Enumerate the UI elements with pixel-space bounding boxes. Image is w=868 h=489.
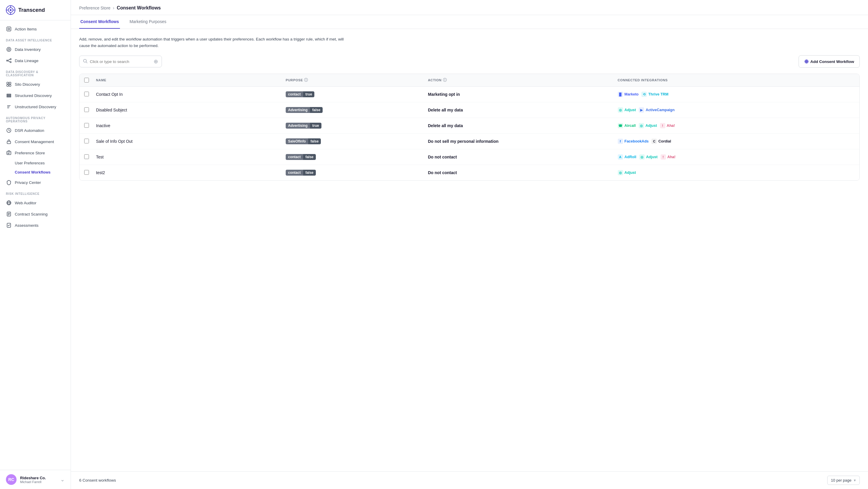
row-checkbox[interactable] <box>84 92 96 97</box>
action-items-icon <box>6 26 12 32</box>
integration-thrive: ⟲ Thrive TRM <box>642 92 668 97</box>
svg-point-13 <box>10 61 11 63</box>
per-page-selector[interactable]: 10 per page ▾ <box>827 476 860 485</box>
svg-rect-22 <box>7 96 11 97</box>
svg-rect-19 <box>9 85 11 86</box>
search-input[interactable] <box>90 59 151 64</box>
table-row[interactable]: Disabled Subject Advertisingfalse Delete… <box>80 102 860 118</box>
sidebar-item-unstructured-discovery[interactable]: Unstructured Discovery <box>0 101 71 112</box>
tab-consent-workflows[interactable]: Consent Workflows <box>79 15 120 29</box>
row-name: Inactive <box>96 123 286 128</box>
svg-rect-7 <box>7 27 11 31</box>
per-page-label: 10 per page <box>831 478 851 483</box>
svg-line-14 <box>8 59 10 61</box>
row-action: Do not contact <box>428 154 618 160</box>
svg-rect-21 <box>7 95 11 96</box>
integration-adjust2: ◎ Adjust <box>639 123 657 128</box>
svg-point-12 <box>10 59 11 60</box>
th-checkbox <box>84 78 96 83</box>
svg-point-9 <box>7 47 11 52</box>
breadcrumb-parent[interactable]: Preference Store <box>79 6 111 10</box>
web-auditor-icon <box>6 200 12 206</box>
content-area: Add, remove, and edit the workflow autom… <box>71 29 868 471</box>
row-purpose: Advertisingfalse <box>286 107 428 113</box>
sidebar-item-action-items[interactable]: Action Items <box>0 23 71 35</box>
sidebar-footer[interactable]: RC Rideshare Co. Michael Farrell ⌄ <box>0 470 71 489</box>
purpose-info-icon[interactable]: ⓘ <box>304 78 308 83</box>
row-name: Sale of Info Opt Out <box>96 139 286 144</box>
toolbar: ⊕ ⊕ Add Consent Workflow <box>79 55 860 68</box>
row-action: Delete all my data <box>428 123 618 128</box>
integration-cordial: C Cordial <box>651 139 671 144</box>
sidebar-item-preference-store[interactable]: Preference Store <box>0 147 71 159</box>
add-button-label: Add Consent Workflow <box>810 59 854 64</box>
row-checkbox[interactable] <box>84 170 96 176</box>
table-row[interactable]: test2 contactfalse Do not contact ◎ Adju… <box>80 165 860 180</box>
sidebar-item-data-inventory[interactable]: Data Inventory <box>0 44 71 55</box>
row-checkbox[interactable] <box>84 154 96 160</box>
row-purpose: contactfalse <box>286 154 428 160</box>
sidebar-item-assessments[interactable]: Assessments <box>0 220 71 231</box>
table-row[interactable]: Sale of Info Opt Out SaleOfInfofalse Do … <box>80 134 860 149</box>
structured-discovery-icon <box>6 92 12 98</box>
section-label-discovery: Data Discovery & Classification <box>0 66 71 79</box>
th-purpose: PURPOSE ⓘ <box>286 78 428 83</box>
sidebar-sub-user-preferences[interactable]: User Preferences <box>0 159 71 168</box>
page-description: Add, remove, and edit the workflow autom… <box>79 36 345 49</box>
row-checkbox[interactable] <box>84 139 96 144</box>
main-content: Preference Store › Consent Workflows Con… <box>71 0 868 489</box>
sidebar-item-dsr-automation[interactable]: DSR Automation <box>0 125 71 136</box>
chevron-down-icon: ⌄ <box>60 476 65 483</box>
search-add-icon[interactable]: ⊕ <box>154 58 158 65</box>
marketo-icon: ▐▌ <box>618 92 623 97</box>
integration-adjust3: ◎ Adjust <box>639 154 658 160</box>
integration-facebook: f FacebookAds <box>618 139 649 144</box>
contract-scanning-label: Contract Scanning <box>15 212 48 217</box>
search-bar[interactable]: ⊕ <box>79 56 162 67</box>
svg-point-11 <box>6 60 8 61</box>
app-name: Transcend <box>18 7 45 13</box>
row-checkbox[interactable] <box>84 123 96 128</box>
consent-management-label: Consent Management <box>15 140 54 144</box>
select-all-checkbox[interactable] <box>84 78 89 83</box>
table-row[interactable]: Inactive Advertisingtrue Delete all my d… <box>80 118 860 134</box>
row-integrations: f FacebookAds C Cordial <box>618 139 855 144</box>
cordial-icon: C <box>651 139 657 144</box>
svg-rect-17 <box>9 82 11 84</box>
avatar: RC <box>6 474 17 485</box>
structured-discovery-label: Structured Discovery <box>15 93 52 98</box>
assessments-icon <box>6 222 12 228</box>
add-consent-workflow-button[interactable]: ⊕ Add Consent Workflow <box>799 55 860 68</box>
sidebar-item-data-lineage[interactable]: Data Lineage <box>0 55 71 66</box>
sidebar: Transcend Action Items Data Asset Intell… <box>0 0 71 489</box>
row-action: Do not contact <box>428 170 618 175</box>
adroll-icon: A <box>618 154 623 160</box>
sidebar-item-silo-discovery[interactable]: Silo Discovery <box>0 79 71 90</box>
action-info-icon[interactable]: ⓘ <box>443 78 447 83</box>
svg-rect-16 <box>7 82 8 84</box>
row-name: Test <box>96 154 286 160</box>
integration-aircall: ☎ Aircall <box>618 123 636 128</box>
sidebar-item-web-auditor[interactable]: Web Auditor <box>0 197 71 208</box>
per-page-chevron-icon: ▾ <box>854 478 856 483</box>
row-checkbox[interactable] <box>84 107 96 113</box>
integration-adjust4: ◎ Adjust <box>618 170 636 175</box>
unstructured-discovery-label: Unstructured Discovery <box>15 105 56 109</box>
data-lineage-label: Data Lineage <box>15 59 38 63</box>
sidebar-item-structured-discovery[interactable]: Structured Discovery <box>0 90 71 101</box>
sidebar-item-privacy-center[interactable]: Privacy Center <box>0 177 71 188</box>
table-row[interactable]: Contact Opt In contacttrue Marketing opt… <box>80 87 860 102</box>
user-preferences-label: User Preferences <box>15 161 44 165</box>
table-row[interactable]: Test contactfalse Do not contact A AdRol… <box>80 149 860 165</box>
privacy-center-label: Privacy Center <box>15 180 41 185</box>
row-integrations: ☎ Aircall ◎ Adjust ! Aha! <box>618 123 855 128</box>
th-integrations: CONNECTED INTEGRATIONS <box>618 78 855 82</box>
row-integrations: ▐▌ Marketo ⟲ Thrive TRM <box>618 92 855 97</box>
tab-marketing-purposes[interactable]: Marketing Purposes <box>128 15 167 29</box>
adjust-icon2: ◎ <box>639 123 644 128</box>
sidebar-item-contract-scanning[interactable]: Contract Scanning <box>0 208 71 220</box>
consent-management-icon <box>6 139 12 145</box>
assessments-label: Assessments <box>15 223 38 228</box>
sidebar-sub-consent-workflows[interactable]: Consent Workflows <box>0 168 71 177</box>
sidebar-item-consent-management[interactable]: Consent Management <box>0 136 71 147</box>
